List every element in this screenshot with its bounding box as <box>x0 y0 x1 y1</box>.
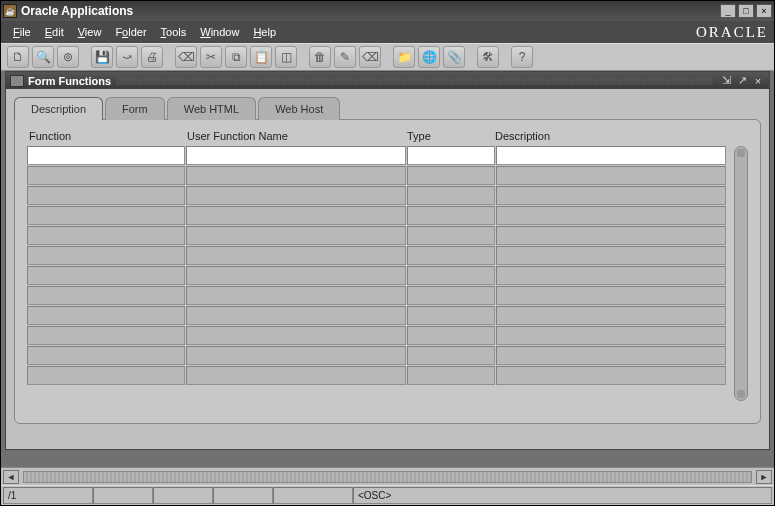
cell-user_function_name[interactable] <box>186 146 406 165</box>
maximize-button[interactable]: □ <box>738 4 754 18</box>
cell-type[interactable] <box>407 186 495 205</box>
folder-tools-icon[interactable]: 📁 <box>393 46 415 68</box>
cell-function[interactable] <box>27 146 185 165</box>
cell-function[interactable] <box>27 306 185 325</box>
cell-function[interactable] <box>27 366 185 385</box>
tab-description[interactable]: Description <box>14 97 103 120</box>
cell-function[interactable] <box>27 286 185 305</box>
table-row[interactable] <box>27 366 730 385</box>
cell-description[interactable] <box>496 346 726 365</box>
cell-type[interactable] <box>407 306 495 325</box>
copy-icon[interactable]: ⧉ <box>225 46 247 68</box>
cell-function[interactable] <box>27 186 185 205</box>
new-icon[interactable]: 🗋 <box>7 46 29 68</box>
cell-user_function_name[interactable] <box>186 166 406 185</box>
tab-web-host[interactable]: Web Host <box>258 97 340 120</box>
cell-function[interactable] <box>27 326 185 345</box>
menu-folder[interactable]: Folder <box>109 24 152 40</box>
cell-description[interactable] <box>496 186 726 205</box>
translations-icon[interactable]: 🌐 <box>418 46 440 68</box>
cell-description[interactable] <box>496 246 726 265</box>
cell-type[interactable] <box>407 286 495 305</box>
table-row[interactable] <box>27 206 730 225</box>
tab-form[interactable]: Form <box>105 97 165 120</box>
table-row[interactable] <box>27 266 730 285</box>
table-row[interactable] <box>27 306 730 325</box>
cell-description[interactable] <box>496 326 726 345</box>
erase-icon[interactable]: ⌫ <box>359 46 381 68</box>
cell-type[interactable] <box>407 366 495 385</box>
cell-user_function_name[interactable] <box>186 346 406 365</box>
clear-icon[interactable]: ◫ <box>275 46 297 68</box>
cell-type[interactable] <box>407 146 495 165</box>
cell-user_function_name[interactable] <box>186 286 406 305</box>
cell-user_function_name[interactable] <box>186 206 406 225</box>
table-row[interactable] <box>27 226 730 245</box>
cell-description[interactable] <box>496 206 726 225</box>
print-icon[interactable]: 🖨 <box>141 46 163 68</box>
table-row[interactable] <box>27 326 730 345</box>
cell-description[interactable] <box>496 286 726 305</box>
cell-type[interactable] <box>407 346 495 365</box>
horizontal-scrollbar[interactable]: ◄ ► <box>1 467 774 485</box>
cell-type[interactable] <box>407 166 495 185</box>
cell-description[interactable] <box>496 226 726 245</box>
tools-icon[interactable]: 🛠 <box>477 46 499 68</box>
cell-type[interactable] <box>407 206 495 225</box>
edit-field-icon[interactable]: ✎ <box>334 46 356 68</box>
cell-type[interactable] <box>407 246 495 265</box>
cell-user_function_name[interactable] <box>186 366 406 385</box>
cell-description[interactable] <box>496 306 726 325</box>
cell-function[interactable] <box>27 166 185 185</box>
cell-function[interactable] <box>27 226 185 245</box>
delete-icon[interactable]: 🗑 <box>309 46 331 68</box>
form-close-icon[interactable]: × <box>751 74 765 87</box>
save-icon[interactable]: 💾 <box>91 46 113 68</box>
cell-function[interactable] <box>27 266 185 285</box>
table-row[interactable] <box>27 166 730 185</box>
next-step-icon[interactable]: ⤻ <box>116 46 138 68</box>
cell-description[interactable] <box>496 266 726 285</box>
cut-icon[interactable]: ✂ <box>200 46 222 68</box>
scroll-track[interactable] <box>23 471 752 483</box>
minimize-button[interactable]: _ <box>720 4 736 18</box>
scroll-left-icon[interactable]: ◄ <box>3 470 19 484</box>
cell-user_function_name[interactable] <box>186 226 406 245</box>
menu-edit[interactable]: Edit <box>39 24 70 40</box>
help-icon[interactable]: ? <box>511 46 533 68</box>
form-titlebar[interactable]: Form Functions ⇲ ↗ × <box>6 72 769 89</box>
cell-user_function_name[interactable] <box>186 186 406 205</box>
menu-file[interactable]: File <box>7 24 37 40</box>
close-button[interactable]: × <box>756 4 772 18</box>
form-maximize-icon[interactable]: ↗ <box>735 74 749 87</box>
table-row[interactable] <box>27 346 730 365</box>
cell-type[interactable] <box>407 226 495 245</box>
cell-type[interactable] <box>407 266 495 285</box>
paste-icon[interactable]: 📋 <box>250 46 272 68</box>
form-minimize-icon[interactable]: ⇲ <box>719 74 733 87</box>
cell-user_function_name[interactable] <box>186 246 406 265</box>
tab-web-html[interactable]: Web HTML <box>167 97 256 120</box>
table-row[interactable] <box>27 146 730 165</box>
cell-description[interactable] <box>496 366 726 385</box>
cell-type[interactable] <box>407 326 495 345</box>
find-icon[interactable]: 🔍 <box>32 46 54 68</box>
attachments-icon[interactable]: 📎 <box>443 46 465 68</box>
cell-user_function_name[interactable] <box>186 306 406 325</box>
cell-function[interactable] <box>27 246 185 265</box>
menu-help[interactable]: Help <box>247 24 282 40</box>
cell-description[interactable] <box>496 166 726 185</box>
menu-view[interactable]: View <box>72 24 108 40</box>
table-row[interactable] <box>27 186 730 205</box>
cell-user_function_name[interactable] <box>186 266 406 285</box>
menu-window[interactable]: Window <box>194 24 245 40</box>
navigator-icon[interactable]: ⊚ <box>57 46 79 68</box>
cell-description[interactable] <box>496 146 726 165</box>
grid-vertical-scrollbar[interactable] <box>734 146 748 401</box>
table-row[interactable] <box>27 246 730 265</box>
cell-function[interactable] <box>27 206 185 225</box>
menu-tools[interactable]: Tools <box>155 24 193 40</box>
close-form-icon[interactable]: ⌫ <box>175 46 197 68</box>
cell-user_function_name[interactable] <box>186 326 406 345</box>
cell-function[interactable] <box>27 346 185 365</box>
